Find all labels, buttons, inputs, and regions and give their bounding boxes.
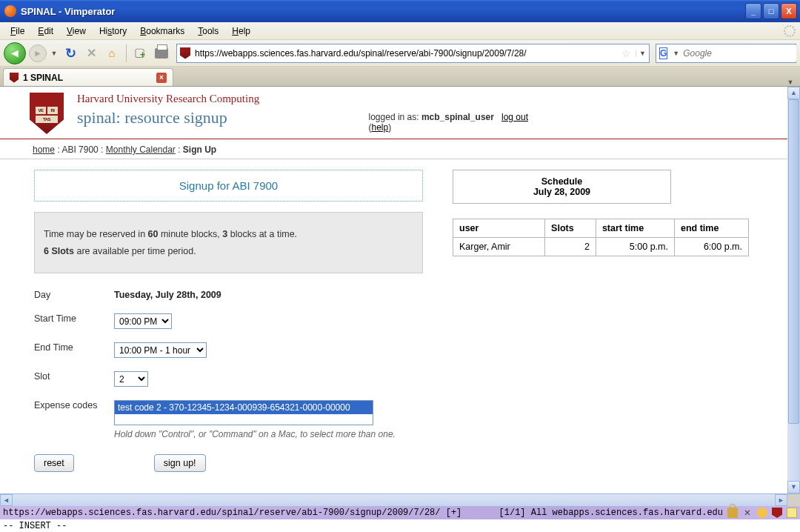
search-engine-dropdown[interactable]: ▼ xyxy=(670,50,681,57)
th-start: start time xyxy=(596,219,674,238)
scroll-right-arrow[interactable]: ► xyxy=(775,494,787,506)
reload-button[interactable]: ↻ xyxy=(61,44,79,62)
menu-tools[interactable]: Tools xyxy=(192,24,224,38)
username: mcb_spinal_user xyxy=(421,112,494,122)
new-tab-button[interactable] xyxy=(132,44,150,62)
google-icon: G xyxy=(659,47,667,59)
firefox-icon xyxy=(4,5,16,17)
breadcrumb-calendar[interactable]: Monthly Calendar xyxy=(106,144,176,155)
day-value: Tuesday, July 28th, 2009 xyxy=(114,290,221,300)
reset-button[interactable]: reset xyxy=(34,454,74,472)
status-bar: https://webapps.sciences.fas.harvard.edu… xyxy=(0,506,800,519)
app-name: spinal: resource signup xyxy=(77,108,259,127)
tools-icon[interactable]: ✕ xyxy=(742,508,753,518)
search-go-icon[interactable]: 🔍 xyxy=(796,47,800,59)
org-name: Harvard University Research Computing xyxy=(77,93,259,105)
note-icon[interactable] xyxy=(787,508,797,518)
scroll-left-arrow[interactable]: ◄ xyxy=(0,494,13,506)
slot-label: Slot xyxy=(34,371,114,382)
stop-button: ✕ xyxy=(82,44,100,62)
breadcrumb-current: Sign Up xyxy=(183,144,216,155)
tab-close-button[interactable]: × xyxy=(156,73,167,83)
status-url: https://webapps.sciences.fas.harvard.edu… xyxy=(3,508,461,518)
horizontal-scrollbar[interactable]: ◄ ► xyxy=(0,493,800,506)
menu-edit[interactable]: Edit xyxy=(32,24,59,38)
maximize-button[interactable]: □ xyxy=(763,3,779,19)
nav-history-dropdown[interactable]: ▼ xyxy=(50,50,59,57)
shield-icon[interactable] xyxy=(772,508,782,518)
lock-icon xyxy=(727,508,738,518)
page-content: VE RI TAS Harvard University Research Co… xyxy=(0,87,787,493)
menu-history[interactable]: History xyxy=(93,24,133,38)
expense-codes-label: Expense codes xyxy=(34,400,114,410)
close-button[interactable]: X xyxy=(781,3,797,19)
vimperator-mode: -- INSERT -- xyxy=(0,519,800,532)
search-input[interactable] xyxy=(681,45,796,61)
login-info: logged in as: mcb_spinal_user log out (h… xyxy=(369,93,780,133)
breadcrumb-resource: ABI 7900 xyxy=(61,144,98,155)
expense-codes-hint: Hold down "Control", or "Command" on a M… xyxy=(114,428,410,441)
vertical-scrollbar[interactable]: ▲ ▼ xyxy=(787,87,800,493)
menu-help[interactable]: Help xyxy=(226,24,256,38)
tab-bar: 1 SPINAL × ▼ xyxy=(0,67,800,86)
back-button[interactable]: ◄ xyxy=(4,42,26,64)
start-time-select[interactable]: 09:00 PM xyxy=(114,313,172,329)
forward-button: ► xyxy=(29,44,47,62)
th-user: user xyxy=(453,219,545,238)
site-favicon-icon xyxy=(180,47,190,59)
signup-title: Signup for ABI 7900 xyxy=(34,170,423,202)
titlebar[interactable]: SPINAL - Vimperator _ □ X xyxy=(0,0,800,22)
menu-file[interactable]: File xyxy=(4,24,30,38)
start-time-label: Start Time xyxy=(34,313,114,324)
bookmark-star-icon[interactable]: ☆ xyxy=(617,47,636,59)
table-row: Karger, Amir 2 5:00 p.m. 6:00 p.m. xyxy=(453,238,749,256)
schedule-header-box: Schedule July 28, 2009 xyxy=(453,170,671,204)
scroll-up-arrow[interactable]: ▲ xyxy=(787,87,800,99)
end-time-select[interactable]: 10:00 PM - 1 hour xyxy=(114,342,207,358)
scroll-thumb[interactable] xyxy=(788,99,799,424)
slot-select[interactable]: 2 xyxy=(114,371,148,387)
breadcrumb: home : ABI 7900 : Monthly Calendar : Sig… xyxy=(0,141,787,159)
day-label: Day xyxy=(34,290,114,300)
info-box: Time may be reserved in 60 minute blocks… xyxy=(34,212,423,273)
schedule-table: user Slots start time end time Karger, A… xyxy=(453,219,749,256)
expense-codes-listbox[interactable]: test code 2 - 370-12345-1234-000939-6543… xyxy=(114,400,373,425)
url-input[interactable] xyxy=(193,45,617,61)
harvard-shield-logo: VE RI TAS xyxy=(30,93,64,134)
end-time-label: End Time xyxy=(34,342,114,353)
window-title: SPINAL - Vimperator xyxy=(21,6,745,17)
th-end: end time xyxy=(674,219,748,238)
minimize-button[interactable]: _ xyxy=(745,3,761,19)
print-button[interactable] xyxy=(153,44,170,62)
tab-favicon-icon xyxy=(10,73,19,83)
tab-list-dropdown[interactable]: ▼ xyxy=(784,79,797,86)
toolbar: ◄ ► ▼ ↻ ✕ ⌂ ☆ ▼ G ▼ 🔍 xyxy=(0,40,800,67)
menu-bookmarks[interactable]: Bookmarks xyxy=(134,24,190,38)
tab-title: 1 SPINAL xyxy=(23,73,63,83)
logout-link[interactable]: log out xyxy=(501,112,528,122)
th-slots: Slots xyxy=(545,219,596,238)
scroll-down-arrow[interactable]: ▼ xyxy=(787,481,800,493)
expense-code-blank[interactable] xyxy=(115,414,373,425)
search-bar[interactable]: G ▼ 🔍 xyxy=(656,44,796,63)
menu-view[interactable]: View xyxy=(61,24,92,38)
url-dropdown[interactable]: ▼ xyxy=(636,50,649,57)
menubar: File Edit View History Bookmarks Tools H… xyxy=(0,22,800,40)
throbber-icon xyxy=(784,25,796,37)
url-bar[interactable]: ☆ ▼ xyxy=(176,44,650,63)
smiley-icon[interactable] xyxy=(757,508,767,518)
help-link[interactable]: help xyxy=(372,122,389,133)
tab-spinal[interactable]: 1 SPINAL × xyxy=(3,68,173,86)
home-button[interactable]: ⌂ xyxy=(103,44,121,62)
breadcrumb-home[interactable]: home xyxy=(33,144,55,155)
status-right: [1/1] All webapps.sciences.fas.harvard.e… xyxy=(499,508,723,518)
signup-button[interactable]: sign up! xyxy=(154,454,206,472)
expense-code-option[interactable]: test code 2 - 370-12345-1234-000939-6543… xyxy=(115,401,373,414)
